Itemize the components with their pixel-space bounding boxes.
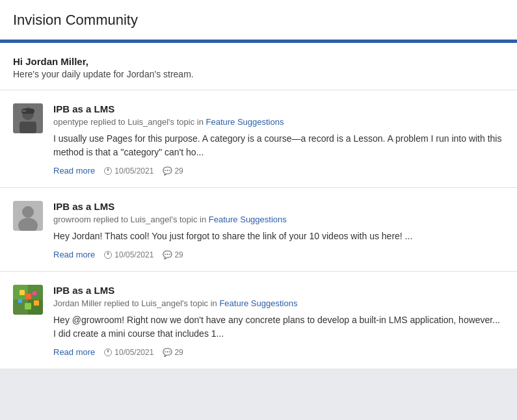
comment-icon: 💬 [163, 166, 172, 176]
greeting-subtitle: Here's your daily update for Jordan's st… [13, 69, 504, 79]
svg-rect-5 [22, 110, 26, 112]
post-excerpt: I usually use Pages for this purpose. A … [53, 132, 504, 159]
list-item: IPB as a LMS Jordan Miller replied to Lu… [0, 272, 517, 369]
post-excerpt: Hey Jordan! Thats cool! You just forgot … [53, 230, 504, 243]
post-meta: growroom replied to Luis_angel's topic i… [53, 215, 504, 224]
post-meta: opentype replied to Luis_angel's topic i… [53, 117, 504, 127]
post-excerpt: Hey @growroom! Right now we don't have a… [53, 313, 504, 341]
read-more-link[interactable]: Read more [53, 347, 95, 357]
comment-icon: 💬 [163, 250, 172, 259]
comment-icon: 💬 [163, 348, 172, 357]
avatar [13, 103, 43, 133]
post-category-link[interactable]: Feature Suggestions [206, 117, 284, 127]
post-category-link[interactable]: Feature Suggestions [209, 215, 287, 224]
post-author: growroom [53, 215, 91, 224]
post-comments: 💬 29 [163, 166, 183, 176]
svg-point-7 [22, 206, 34, 218]
app-title: Invision Community [13, 12, 504, 29]
post-category-link[interactable]: Feature Suggestions [219, 298, 297, 308]
post-date: 10/05/2021 [104, 166, 153, 176]
main-container: Hi Jordan Miller, Here's your daily upda… [0, 43, 517, 369]
greeting-section: Hi Jordan Miller, Here's your daily upda… [0, 43, 517, 90]
post-footer: Read more 10/05/2021 💬 29 [53, 166, 504, 176]
post-title: IPB as a LMS [53, 103, 504, 114]
post-content: IPB as a LMS growroom replied to Luis_an… [53, 201, 504, 259]
avatar [13, 285, 43, 315]
post-date: 10/05/2021 [104, 348, 153, 357]
post-action: replied to Luis_angel's topic in [90, 117, 205, 127]
svg-rect-16 [33, 291, 36, 295]
post-author: opentype [53, 117, 88, 127]
post-content: IPB as a LMS opentype replied to Luis_an… [53, 103, 504, 176]
clock-icon [104, 251, 112, 259]
clock-icon [104, 348, 112, 356]
svg-rect-3 [20, 122, 36, 133]
svg-rect-17 [34, 300, 39, 306]
app-header: Invision Community [0, 0, 517, 40]
post-footer: Read more 10/05/2021 💬 29 [53, 347, 504, 357]
svg-rect-15 [25, 303, 31, 309]
post-comments: 💬 29 [163, 348, 183, 357]
post-author: Jordan Miller [53, 298, 101, 308]
post-meta: Jordan Miller replied to Luis_angel's to… [53, 298, 504, 308]
post-action: replied to Luis_angel's topic in [104, 298, 219, 308]
list-item: IPB as a LMS opentype replied to Luis_an… [0, 90, 517, 188]
read-more-link[interactable]: Read more [53, 250, 95, 259]
avatar [13, 201, 43, 231]
post-footer: Read more 10/05/2021 💬 29 [53, 250, 504, 259]
post-content: IPB as a LMS Jordan Miller replied to Lu… [53, 285, 504, 357]
post-date: 10/05/2021 [104, 250, 153, 259]
post-action: replied to Luis_angel's topic in [93, 215, 208, 224]
list-item: IPB as a LMS growroom replied to Luis_an… [0, 188, 517, 272]
svg-rect-12 [20, 290, 25, 295]
svg-rect-14 [18, 299, 22, 303]
post-title: IPB as a LMS [53, 201, 504, 212]
clock-icon [104, 167, 112, 175]
svg-rect-13 [26, 294, 31, 299]
read-more-link[interactable]: Read more [53, 166, 95, 176]
post-comments: 💬 29 [163, 250, 183, 259]
post-title: IPB as a LMS [53, 285, 504, 296]
greeting-name: Hi Jordan Miller, [13, 56, 504, 67]
